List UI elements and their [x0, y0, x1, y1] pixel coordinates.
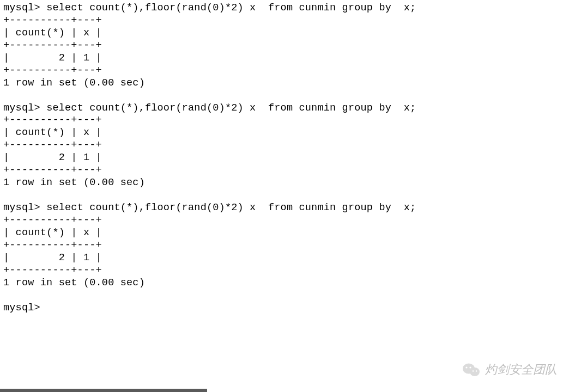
table-header: | count(*) | x |: [3, 227, 102, 238]
table-border: +----------+---+: [3, 164, 102, 176]
prompt: mysql>: [3, 202, 40, 213]
table-row: | 2 | 1 |: [3, 52, 102, 64]
sql-command: select count(*),floor(rand(0)*2) x from …: [46, 202, 416, 213]
sql-command: select count(*),floor(rand(0)*2) x from …: [46, 2, 416, 14]
svg-point-1: [470, 367, 480, 376]
watermark-text: 灼剑安全团队: [485, 362, 557, 378]
prompt: mysql>: [3, 2, 40, 14]
table-border: +----------+---+: [3, 240, 102, 251]
table-border: +----------+---+: [3, 15, 102, 26]
table-header: | count(*) | x |: [3, 27, 102, 39]
table-border: +----------+---+: [3, 114, 102, 126]
svg-point-3: [469, 366, 471, 368]
status-line: 1 row in set (0.00 sec): [3, 177, 145, 188]
svg-point-4: [473, 370, 474, 372]
table-border: +----------+---+: [3, 65, 102, 76]
watermark: 灼剑安全团队: [462, 362, 557, 378]
table-header: | count(*) | x |: [3, 127, 102, 138]
status-line: 1 row in set (0.00 sec): [3, 277, 145, 289]
terminal-output[interactable]: mysql> select count(*),floor(rand(0)*2) …: [0, 0, 569, 316]
table-border: +----------+---+: [3, 265, 102, 276]
prompt: mysql>: [3, 102, 40, 114]
table-row: | 2 | 1 |: [3, 152, 102, 163]
bottom-bar: [0, 389, 207, 392]
svg-point-2: [465, 366, 467, 368]
prompt: mysql>: [3, 302, 40, 314]
table-border: +----------+---+: [3, 215, 102, 226]
wechat-icon: [462, 362, 481, 377]
table-border: +----------+---+: [3, 40, 102, 51]
sql-command: select count(*),floor(rand(0)*2) x from …: [46, 102, 416, 114]
svg-point-5: [476, 370, 477, 372]
table-row: | 2 | 1 |: [3, 252, 102, 264]
table-border: +----------+---+: [3, 139, 102, 151]
status-line: 1 row in set (0.00 sec): [3, 77, 145, 89]
